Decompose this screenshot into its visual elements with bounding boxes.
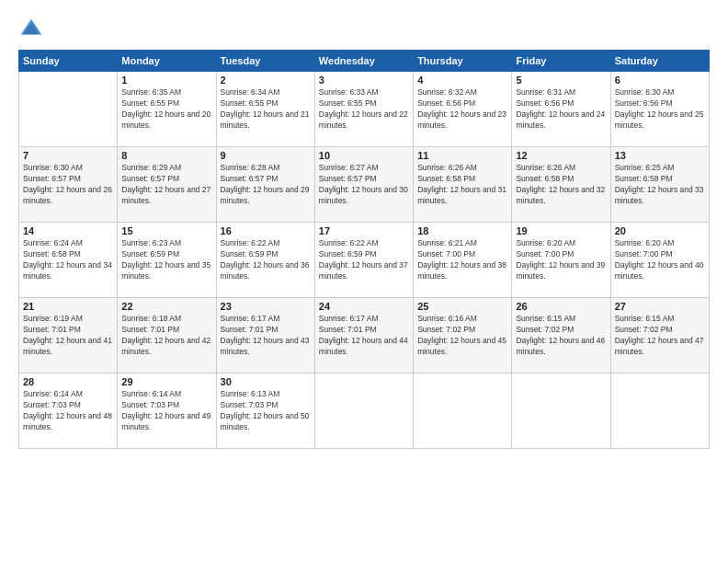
day-cell: 25Sunrise: 6:16 AMSunset: 7:02 PMDayligh… [414,298,512,373]
day-number: 14 [23,225,113,236]
day-cell: 7Sunrise: 6:30 AMSunset: 6:57 PMDaylight… [19,147,118,223]
day-number: 23 [221,301,311,312]
day-cell: 29Sunrise: 6:14 AMSunset: 7:03 PMDayligh… [118,373,216,449]
day-cell: 22Sunrise: 6:18 AMSunset: 7:01 PMDayligh… [118,298,216,373]
day-number: 21 [23,301,113,312]
calendar-body: 1Sunrise: 6:35 AMSunset: 6:55 PMDaylight… [19,72,710,449]
day-number: 1 [121,75,211,86]
day-info: Sunrise: 6:16 AMSunset: 7:02 PMDaylight:… [417,314,507,358]
day-info: Sunrise: 6:20 AMSunset: 7:00 PMDaylight:… [615,238,705,282]
day-cell: 1Sunrise: 6:35 AMSunset: 6:55 PMDaylight… [118,72,216,147]
day-number: 9 [221,150,311,161]
day-number: 10 [319,150,409,161]
day-number: 25 [417,301,507,312]
day-info: Sunrise: 6:24 AMSunset: 6:58 PMDaylight:… [23,238,113,282]
day-cell [512,373,610,449]
day-number: 2 [221,75,311,86]
day-info: Sunrise: 6:34 AMSunset: 6:55 PMDaylight:… [221,87,311,132]
day-cell: 11Sunrise: 6:26 AMSunset: 6:58 PMDayligh… [414,147,512,223]
calendar: SundayMondayTuesdayWednesdayThursdayFrid… [18,50,710,449]
day-cell: 26Sunrise: 6:15 AMSunset: 7:02 PMDayligh… [512,298,610,373]
week-row-0: 1Sunrise: 6:35 AMSunset: 6:55 PMDaylight… [19,72,710,147]
day-cell: 20Sunrise: 6:20 AMSunset: 7:00 PMDayligh… [610,223,709,298]
day-cell: 5Sunrise: 6:31 AMSunset: 6:56 PMDaylight… [512,72,610,147]
day-info: Sunrise: 6:18 AMSunset: 7:01 PMDaylight:… [121,314,211,358]
week-row-1: 7Sunrise: 6:30 AMSunset: 6:57 PMDaylight… [19,147,710,223]
day-number: 22 [121,301,211,312]
day-info: Sunrise: 6:14 AMSunset: 7:03 PMDaylight:… [121,389,211,433]
day-number: 4 [417,75,507,86]
logo [18,17,48,42]
day-cell: 2Sunrise: 6:34 AMSunset: 6:55 PMDaylight… [216,72,314,147]
day-cell [610,373,709,449]
day-cell: 21Sunrise: 6:19 AMSunset: 7:01 PMDayligh… [19,298,118,373]
day-cell: 3Sunrise: 6:33 AMSunset: 6:55 PMDaylight… [314,72,413,147]
day-number: 8 [121,150,211,161]
day-number: 5 [516,75,606,86]
day-cell: 15Sunrise: 6:23 AMSunset: 6:59 PMDayligh… [118,223,216,298]
day-cell: 10Sunrise: 6:27 AMSunset: 6:57 PMDayligh… [314,147,413,223]
day-info: Sunrise: 6:26 AMSunset: 6:58 PMDaylight:… [417,163,507,207]
day-cell: 6Sunrise: 6:30 AMSunset: 6:56 PMDaylight… [610,72,709,147]
week-row-3: 21Sunrise: 6:19 AMSunset: 7:01 PMDayligh… [19,298,710,373]
calendar-header: SundayMondayTuesdayWednesdayThursdayFrid… [19,51,710,72]
day-number: 24 [319,301,409,312]
day-cell: 24Sunrise: 6:17 AMSunset: 7:01 PMDayligh… [314,298,413,373]
day-number: 20 [615,225,705,236]
day-info: Sunrise: 6:17 AMSunset: 7:01 PMDaylight:… [319,314,409,358]
day-number: 12 [516,150,606,161]
weekday-monday: Monday [118,51,216,72]
day-cell: 19Sunrise: 6:20 AMSunset: 7:00 PMDayligh… [512,223,610,298]
day-cell: 30Sunrise: 6:13 AMSunset: 7:03 PMDayligh… [216,373,314,449]
day-info: Sunrise: 6:17 AMSunset: 7:01 PMDaylight:… [221,314,311,358]
day-info: Sunrise: 6:19 AMSunset: 7:01 PMDaylight:… [23,314,113,358]
weekday-tuesday: Tuesday [216,51,314,72]
day-number: 15 [121,225,211,236]
page: SundayMondayTuesdayWednesdayThursdayFrid… [0,0,728,563]
day-info: Sunrise: 6:21 AMSunset: 7:00 PMDaylight:… [417,238,507,282]
day-info: Sunrise: 6:35 AMSunset: 6:55 PMDaylight:… [121,87,211,132]
day-cell: 17Sunrise: 6:22 AMSunset: 6:59 PMDayligh… [314,223,413,298]
week-row-2: 14Sunrise: 6:24 AMSunset: 6:58 PMDayligh… [19,223,710,298]
day-number: 19 [516,225,606,236]
day-info: Sunrise: 6:13 AMSunset: 7:03 PMDaylight:… [221,389,311,433]
day-info: Sunrise: 6:22 AMSunset: 6:59 PMDaylight:… [221,238,311,282]
day-cell: 9Sunrise: 6:28 AMSunset: 6:57 PMDaylight… [216,147,314,223]
day-cell: 16Sunrise: 6:22 AMSunset: 6:59 PMDayligh… [216,223,314,298]
day-info: Sunrise: 6:15 AMSunset: 7:02 PMDaylight:… [516,314,606,358]
day-info: Sunrise: 6:14 AMSunset: 7:03 PMDaylight:… [23,389,113,433]
day-number: 6 [615,75,705,86]
day-number: 17 [319,225,409,236]
day-info: Sunrise: 6:29 AMSunset: 6:57 PMDaylight:… [121,163,211,207]
day-info: Sunrise: 6:27 AMSunset: 6:57 PMDaylight:… [319,163,409,207]
day-info: Sunrise: 6:30 AMSunset: 6:56 PMDaylight:… [615,87,705,132]
day-cell: 14Sunrise: 6:24 AMSunset: 6:58 PMDayligh… [19,223,118,298]
day-cell [314,373,413,449]
day-number: 13 [615,150,705,161]
day-cell: 18Sunrise: 6:21 AMSunset: 7:00 PMDayligh… [414,223,512,298]
day-cell: 12Sunrise: 6:26 AMSunset: 6:58 PMDayligh… [512,147,610,223]
weekday-header-row: SundayMondayTuesdayWednesdayThursdayFrid… [19,51,710,72]
day-cell [414,373,512,449]
day-cell [19,72,118,147]
weekday-thursday: Thursday [414,51,512,72]
day-info: Sunrise: 6:26 AMSunset: 6:58 PMDaylight:… [516,163,606,207]
day-info: Sunrise: 6:15 AMSunset: 7:02 PMDaylight:… [615,314,705,358]
day-info: Sunrise: 6:28 AMSunset: 6:57 PMDaylight:… [221,163,311,207]
day-info: Sunrise: 6:20 AMSunset: 7:00 PMDaylight:… [516,238,606,282]
day-info: Sunrise: 6:30 AMSunset: 6:57 PMDaylight:… [23,163,113,207]
day-number: 28 [23,376,113,387]
weekday-sunday: Sunday [19,51,118,72]
day-number: 30 [221,376,311,387]
day-number: 16 [221,225,311,236]
day-info: Sunrise: 6:23 AMSunset: 6:59 PMDaylight:… [121,238,211,282]
day-cell: 8Sunrise: 6:29 AMSunset: 6:57 PMDaylight… [118,147,216,223]
week-row-4: 28Sunrise: 6:14 AMSunset: 7:03 PMDayligh… [19,373,710,449]
day-info: Sunrise: 6:22 AMSunset: 6:59 PMDaylight:… [319,238,409,282]
day-number: 3 [319,75,409,86]
weekday-friday: Friday [512,51,610,72]
day-cell: 23Sunrise: 6:17 AMSunset: 7:01 PMDayligh… [216,298,314,373]
day-number: 18 [417,225,507,236]
day-number: 27 [615,301,705,312]
day-info: Sunrise: 6:33 AMSunset: 6:55 PMDaylight:… [319,87,409,132]
